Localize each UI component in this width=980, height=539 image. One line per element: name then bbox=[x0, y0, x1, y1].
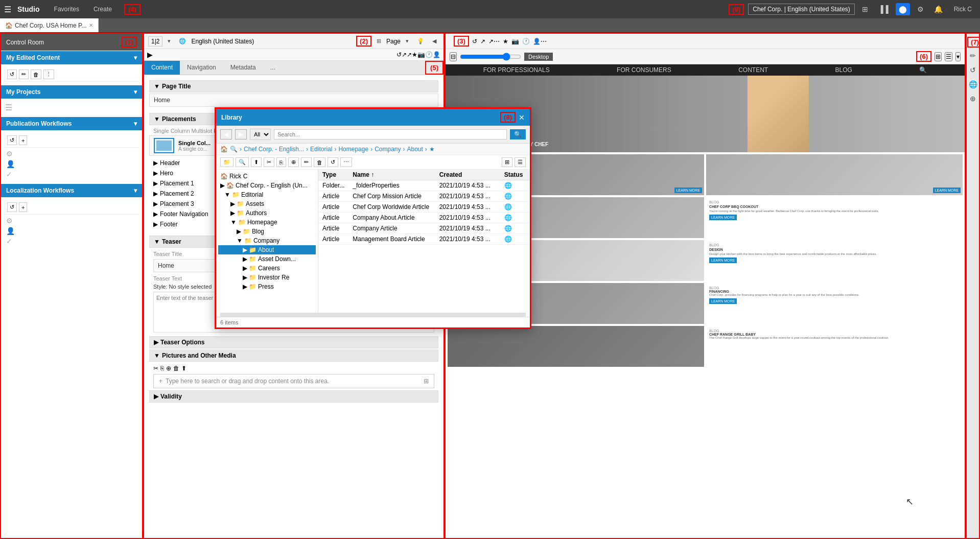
my-projects-section[interactable]: My Projects ▾ bbox=[1, 85, 142, 99]
breadcrumb-1[interactable]: Chef Corp. - English... bbox=[244, 146, 304, 153]
delete-btn[interactable]: 🗑 bbox=[31, 69, 41, 79]
view-mode-btn[interactable]: ⊞ bbox=[374, 36, 384, 46]
tree-rick-c[interactable]: 🏠Rick C bbox=[218, 172, 316, 181]
add-loc-btn[interactable]: + bbox=[19, 202, 27, 212]
library-horizontal-scrollbar[interactable] bbox=[220, 313, 526, 317]
far-right-globe-icon[interactable]: 🌐 bbox=[967, 78, 979, 90]
refresh-loc-btn[interactable]: ↺ bbox=[7, 202, 17, 212]
tree-assets[interactable]: ▶📁Assets bbox=[218, 199, 316, 208]
library-close-btn[interactable]: ✕ bbox=[519, 112, 525, 123]
refresh-view-btn[interactable]: ↺ bbox=[396, 51, 402, 58]
media-delete-btn[interactable]: 🗑 bbox=[173, 365, 179, 372]
far-right-edit-icon[interactable]: ✏ bbox=[968, 50, 978, 62]
learn-more-2[interactable]: LEARN MORE bbox=[933, 188, 961, 193]
lib-grid-view-btn[interactable]: ⊞ bbox=[502, 157, 512, 167]
tree-careers[interactable]: ▶📁Careers bbox=[218, 264, 316, 273]
more-btn[interactable]: ⋮ bbox=[43, 69, 54, 79]
breadcrumb-4[interactable]: Company bbox=[375, 146, 401, 153]
lib-paste-btn[interactable]: ⊕ bbox=[288, 157, 299, 167]
page-title-collapse[interactable]: ▼ Page Title bbox=[149, 80, 438, 92]
apps-grid-icon[interactable]: ⊞ bbox=[859, 3, 871, 15]
media-paste-btn[interactable]: ⊕ bbox=[166, 365, 171, 372]
learn-more-6[interactable]: LEARN MORE bbox=[709, 298, 737, 304]
tab-metadata[interactable]: Metadata bbox=[223, 61, 263, 75]
active-view-icon[interactable]: ⬤ bbox=[896, 3, 910, 15]
pictures-media-collapse[interactable]: ▼ Pictures and Other Media bbox=[149, 349, 438, 362]
lib-search-input[interactable] bbox=[274, 129, 507, 139]
lib-scope-select[interactable]: All bbox=[250, 129, 271, 140]
tab-navigation[interactable]: Navigation bbox=[180, 61, 223, 75]
preview-layout-btn3[interactable]: ▾ bbox=[955, 52, 961, 61]
zoom-slider[interactable] bbox=[460, 53, 521, 61]
locale-btn[interactable]: 🌐 bbox=[176, 36, 189, 46]
tree-homepage[interactable]: ▼📁Homepage bbox=[218, 218, 316, 227]
media-upload-btn[interactable]: ⬆ bbox=[181, 365, 186, 372]
dropdown-arrow[interactable]: ▾ bbox=[165, 36, 174, 46]
refresh-pub-btn[interactable]: ↺ bbox=[7, 135, 17, 145]
r-external-btn[interactable]: ↗ bbox=[480, 38, 485, 45]
tree-asset-down[interactable]: ▶📁Asset Down... bbox=[218, 254, 316, 264]
lib-back-btn[interactable]: ◀ bbox=[220, 129, 232, 139]
tab-close-icon[interactable]: ✕ bbox=[89, 22, 93, 28]
hamburger-icon[interactable]: ☰ bbox=[4, 5, 11, 14]
person-btn[interactable]: 👤 bbox=[433, 51, 440, 58]
add-pub-btn[interactable]: + bbox=[19, 135, 27, 145]
learn-more-1[interactable]: LEARN MORE bbox=[674, 188, 702, 193]
far-right-refresh-icon[interactable]: ↺ bbox=[968, 64, 978, 76]
tree-about[interactable]: ▶📁About bbox=[218, 245, 316, 254]
chart-icon[interactable]: ▐▐ bbox=[875, 3, 892, 15]
media-drop-area[interactable]: + Type here to search or drag and drop c… bbox=[153, 374, 434, 388]
lib-search2-btn[interactable]: 🔍 bbox=[236, 157, 249, 167]
user-menu[interactable]: Rick C bbox=[950, 4, 976, 15]
lib-forward-btn[interactable]: ▶ bbox=[235, 129, 247, 139]
lib-scissors-btn[interactable]: ✂ bbox=[264, 157, 274, 167]
preview-layout-btn1[interactable]: ⊞ bbox=[935, 52, 942, 61]
nav-forward-btn[interactable]: ▶ bbox=[147, 51, 153, 59]
r-share-btn[interactable]: ↗⋯ bbox=[488, 38, 500, 45]
learn-more-4[interactable]: LEARN MORE bbox=[709, 215, 737, 220]
lib-search-btn[interactable]: 🔍 bbox=[510, 129, 526, 139]
tab-content[interactable]: Content bbox=[144, 61, 180, 75]
list-item-5[interactable]: Article Management Board Article 2021/10… bbox=[318, 234, 530, 245]
corp-selector[interactable]: Chef Corp. | English (United States) bbox=[748, 4, 855, 15]
external-link-btn[interactable]: ↗ bbox=[402, 51, 407, 58]
teaser-options-collapse[interactable]: ▶ Teaser Options bbox=[149, 336, 438, 348]
edit-btn[interactable]: ✏ bbox=[19, 69, 29, 79]
far-right-add-icon[interactable]: ⊕ bbox=[968, 92, 978, 105]
lightbulb-icon[interactable]: 💡 bbox=[414, 36, 427, 46]
my-edited-content-section[interactable]: My Edited Content ▾ bbox=[1, 51, 142, 64]
list-item-3[interactable]: Article Company About Article 2021/10/19… bbox=[318, 213, 530, 223]
lib-upload-btn[interactable]: ⬆ bbox=[251, 157, 262, 167]
tree-blog[interactable]: ▶📁Blog bbox=[218, 227, 316, 236]
page-title-value[interactable]: Home bbox=[149, 93, 438, 107]
tree-company[interactable]: ▼📁Company bbox=[218, 236, 316, 245]
r-star-btn[interactable]: ★ bbox=[503, 38, 508, 45]
bell-icon[interactable]: 🔔 bbox=[931, 3, 946, 15]
refresh-btn[interactable]: ↺ bbox=[7, 69, 17, 79]
lib-refresh2-btn[interactable]: ↺ bbox=[328, 157, 338, 167]
list-item-1[interactable]: Article Chef Corp Mission Article 2021/1… bbox=[318, 191, 530, 202]
breadcrumb-5[interactable]: About bbox=[407, 146, 423, 153]
learn-more-5[interactable]: LEARN MORE bbox=[709, 257, 737, 263]
share-btn[interactable]: ↗ bbox=[407, 51, 412, 58]
list-item-2[interactable]: Article Chef Corp Worldwide Article 2021… bbox=[318, 202, 530, 213]
tree-investor-re[interactable]: ▶📁Investor Re bbox=[218, 273, 316, 282]
star-btn[interactable]: ★ bbox=[412, 51, 417, 58]
breadcrumb-2[interactable]: Editorial bbox=[310, 146, 332, 153]
camera-btn[interactable]: 📷 bbox=[417, 51, 425, 58]
list-item-4[interactable]: Article Company Article 2021/10/19 4:53 … bbox=[318, 223, 530, 234]
localization-workflows-section[interactable]: Localization Workflows ▾ bbox=[1, 184, 142, 197]
lib-edit2-btn[interactable]: ✏ bbox=[301, 157, 312, 167]
lib-copy-btn[interactable]: ⎘ bbox=[276, 157, 286, 167]
lib-more2-btn[interactable]: ⋯ bbox=[340, 157, 352, 167]
preview-mode-icon[interactable]: ⊟ bbox=[450, 52, 457, 61]
chevron-left-icon[interactable]: ◀ bbox=[429, 36, 439, 46]
publication-workflows-section[interactable]: Publication Workflows ▾ bbox=[1, 117, 142, 130]
favorites-menu[interactable]: Favorites bbox=[50, 4, 83, 15]
validity-collapse[interactable]: ▶ Validity bbox=[149, 390, 438, 403]
settings-icon[interactable]: ⚙ bbox=[914, 3, 927, 15]
breadcrumb-3[interactable]: Homepage bbox=[338, 146, 368, 153]
r-cam-btn[interactable]: 📷 bbox=[511, 38, 519, 45]
lib-new-folder-btn[interactable]: 📁 bbox=[220, 157, 234, 167]
view-dropdown[interactable]: ▾ bbox=[403, 36, 412, 46]
